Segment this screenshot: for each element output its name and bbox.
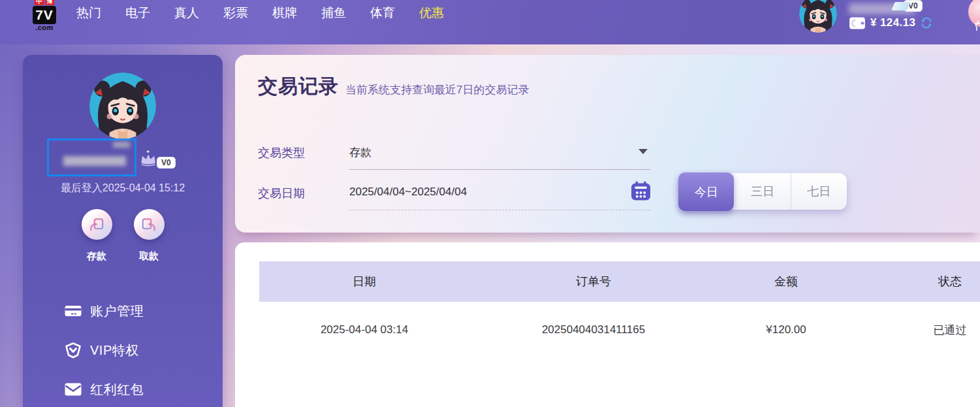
table-row[interactable]: 2025-04-04 03:14 20250404031411165 ¥120.… bbox=[259, 302, 980, 358]
range-7day-button[interactable]: 七日 bbox=[791, 173, 847, 210]
site-logo[interactable]: 中 博 7V .com bbox=[29, 0, 59, 31]
wallet-row: ¥ 124.13 bbox=[849, 16, 933, 29]
page-title: 交易记录 bbox=[258, 73, 339, 100]
vip-crown-icon bbox=[139, 148, 159, 169]
transaction-type-value[interactable]: 存款 bbox=[349, 145, 371, 160]
nav-item-lottery[interactable]: 彩票 bbox=[223, 5, 248, 22]
top-nav: 中 博 7V .com 热门 电子 真人 彩票 棋牌 捕鱼 体育 优惠 V0 bbox=[0, 0, 980, 44]
cell-amount: ¥120.00 bbox=[718, 323, 855, 336]
balance-amount: ¥ 124.13 bbox=[870, 16, 915, 29]
nav-item-slots[interactable]: 电子 bbox=[125, 5, 150, 22]
col-status: 状态 bbox=[855, 274, 980, 289]
logo-badge-left: 中 bbox=[35, 0, 44, 5]
redacted-text-small bbox=[113, 142, 130, 148]
red-envelope-icon bbox=[65, 382, 82, 397]
user-cluster: V0 ¥ 124.13 bbox=[795, 0, 952, 44]
main-menu: 热门 电子 真人 彩票 棋牌 捕鱼 体育 优惠 bbox=[76, 0, 444, 26]
clipped-float-text bbox=[974, 20, 980, 31]
last-login-text: 最后登入2025-04-04 15:12 bbox=[23, 182, 223, 195]
nav-item-live[interactable]: 真人 bbox=[174, 5, 199, 22]
nav-item-promo[interactable]: 优惠 bbox=[419, 5, 444, 22]
sidebar-item-vip[interactable]: VIP特权 bbox=[23, 331, 223, 370]
chevron-down-icon[interactable] bbox=[639, 149, 648, 154]
sidebar-item-label: VIP特权 bbox=[90, 342, 139, 359]
cell-order-no: 20250404031411165 bbox=[469, 323, 718, 336]
date-range-group: 今日 三日 七日 bbox=[679, 173, 847, 210]
cell-date: 2025-04-04 03:14 bbox=[259, 323, 469, 336]
deposit-icon bbox=[82, 209, 112, 240]
date-underline bbox=[349, 210, 650, 210]
page-subtitle: 当前系统支持查询最近7日的交易记录 bbox=[345, 82, 529, 100]
col-order-no: 订单号 bbox=[469, 274, 718, 289]
withdraw-label: 取款 bbox=[139, 250, 159, 263]
quick-actions: 存款 取款 bbox=[23, 209, 223, 263]
table-header: 日期 订单号 金额 状态 bbox=[259, 261, 980, 302]
transaction-date-value[interactable]: 2025/04/04~2025/04/04 bbox=[349, 186, 467, 199]
logo-badge-right: 博 bbox=[45, 0, 54, 5]
vip-level-badge[interactable]: V0 bbox=[893, 0, 923, 12]
filter-panel: 交易记录 当前系统支持查询最近7日的交易记录 交易类型 存款 交易日期 2025… bbox=[235, 55, 980, 233]
records-table: 日期 订单号 金额 状态 2025-04-04 03:14 2025040403… bbox=[259, 261, 980, 358]
nav-item-hot[interactable]: 热门 bbox=[76, 5, 101, 22]
logo-main: 7V bbox=[33, 6, 56, 24]
records-panel: 日期 订单号 金额 状态 2025-04-04 03:14 2025040403… bbox=[235, 242, 980, 407]
sidebar-vip-level-label[interactable]: V0 bbox=[157, 157, 176, 169]
sidebar: V0 最后登入2025-04-04 15:12 存款 取款 账户管理 bbox=[23, 55, 223, 407]
page: 中 博 7V .com 热门 电子 真人 彩票 棋牌 捕鱼 体育 优惠 V0 bbox=[0, 0, 980, 407]
col-date: 日期 bbox=[259, 274, 469, 289]
range-3day-button[interactable]: 三日 bbox=[734, 173, 790, 210]
title-row: 交易记录 当前系统支持查询最近7日的交易记录 bbox=[258, 73, 529, 100]
sidebar-menu: 账户管理 VIP特权 红利红包 bbox=[23, 291, 223, 407]
vip-wing-icon bbox=[891, 2, 910, 10]
withdraw-icon bbox=[134, 209, 165, 240]
redacted-text-large bbox=[63, 156, 126, 166]
username-redaction-box bbox=[47, 138, 136, 176]
logo-suffix: .com bbox=[35, 24, 54, 31]
sidebar-item-account[interactable]: 账户管理 bbox=[23, 291, 223, 331]
col-amount: 金额 bbox=[718, 274, 855, 289]
calendar-icon[interactable] bbox=[631, 181, 651, 201]
withdraw-button[interactable]: 取款 bbox=[134, 209, 165, 263]
nav-item-chess[interactable]: 棋牌 bbox=[272, 5, 297, 22]
type-underline bbox=[349, 169, 650, 170]
vip-shield-icon bbox=[65, 342, 82, 359]
deposit-label: 存款 bbox=[87, 250, 106, 263]
sidebar-item-label: 账户管理 bbox=[90, 302, 144, 320]
wallet-icon[interactable] bbox=[849, 17, 866, 29]
sidebar-item-label: 红利红包 bbox=[90, 381, 144, 399]
sidebar-item-bonus[interactable]: 红利红包 bbox=[23, 370, 223, 407]
transaction-date-label: 交易日期 bbox=[258, 186, 305, 201]
transaction-type-label: 交易类型 bbox=[258, 145, 305, 161]
cell-status: 已通过 bbox=[855, 323, 980, 338]
refresh-balance-icon[interactable] bbox=[920, 16, 933, 29]
user-avatar[interactable] bbox=[799, 0, 837, 33]
nav-item-fishing[interactable]: 捕鱼 bbox=[321, 5, 346, 22]
range-today-button[interactable]: 今日 bbox=[678, 172, 734, 211]
sidebar-avatar[interactable] bbox=[89, 73, 156, 139]
deposit-button[interactable]: 存款 bbox=[82, 209, 112, 263]
card-icon bbox=[65, 304, 82, 318]
nav-item-sports[interactable]: 体育 bbox=[370, 5, 395, 22]
logo-badges: 中 博 bbox=[35, 0, 54, 5]
